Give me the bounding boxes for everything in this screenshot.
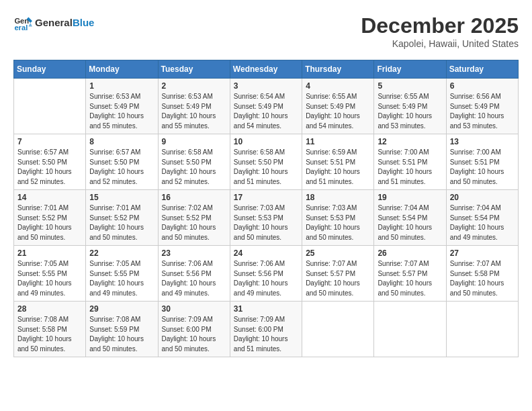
calendar-cell: 28Sunrise: 7:08 AM Sunset: 5:58 PM Dayli… — [14, 302, 86, 357]
day-info: Sunrise: 7:00 AM Sunset: 5:51 PM Dayligh… — [378, 148, 442, 187]
calendar-cell: 14Sunrise: 7:01 AM Sunset: 5:52 PM Dayli… — [14, 190, 86, 246]
calendar-cell: 24Sunrise: 7:06 AM Sunset: 5:56 PM Dayli… — [230, 246, 302, 302]
day-number: 11 — [306, 137, 370, 146]
day-number: 12 — [378, 137, 442, 146]
day-number: 18 — [306, 193, 370, 202]
day-info: Sunrise: 7:01 AM Sunset: 5:52 PM Dayligh… — [17, 203, 82, 242]
day-header-wednesday: Wednesday — [230, 60, 302, 79]
day-number: 2 — [162, 81, 226, 91]
svg-marker-3 — [28, 23, 32, 27]
calendar-cell: 6Sunrise: 6:56 AM Sunset: 5:49 PM Daylig… — [446, 79, 518, 134]
day-number: 14 — [17, 193, 82, 202]
calendar-cell: 29Sunrise: 7:08 AM Sunset: 5:59 PM Dayli… — [86, 302, 158, 357]
day-number: 29 — [89, 304, 154, 314]
calendar-cell: 31Sunrise: 7:09 AM Sunset: 6:00 PM Dayli… — [230, 302, 302, 357]
calendar-cell: 10Sunrise: 6:58 AM Sunset: 5:50 PM Dayli… — [230, 134, 302, 190]
calendar-cell: 5Sunrise: 6:55 AM Sunset: 5:49 PM Daylig… — [374, 79, 446, 134]
day-info: Sunrise: 7:07 AM Sunset: 5:58 PM Dayligh… — [450, 259, 515, 298]
week-row-4: 21Sunrise: 7:05 AM Sunset: 5:55 PM Dayli… — [14, 246, 519, 302]
calendar-cell: 27Sunrise: 7:07 AM Sunset: 5:58 PM Dayli… — [446, 246, 518, 302]
calendar-cell: 16Sunrise: 7:02 AM Sunset: 5:52 PM Dayli… — [158, 190, 230, 246]
calendar-cell: 9Sunrise: 6:58 AM Sunset: 5:50 PM Daylig… — [158, 134, 230, 190]
subtitle: Kapolei, Hawaii, United States — [361, 38, 519, 49]
day-number: 13 — [450, 137, 515, 146]
week-row-1: 1Sunrise: 6:53 AM Sunset: 5:49 PM Daylig… — [14, 79, 519, 134]
day-number: 28 — [17, 304, 82, 314]
calendar-cell: 23Sunrise: 7:06 AM Sunset: 5:56 PM Dayli… — [158, 246, 230, 302]
day-number: 1 — [89, 81, 154, 91]
day-number: 19 — [378, 193, 442, 202]
day-info: Sunrise: 7:09 AM Sunset: 6:00 PM Dayligh… — [162, 315, 226, 354]
calendar-cell: 20Sunrise: 7:04 AM Sunset: 5:54 PM Dayli… — [446, 190, 518, 246]
day-info: Sunrise: 6:58 AM Sunset: 5:50 PM Dayligh… — [162, 148, 226, 187]
day-info: Sunrise: 6:56 AM Sunset: 5:49 PM Dayligh… — [450, 92, 515, 131]
calendar-cell: 2Sunrise: 6:53 AM Sunset: 5:49 PM Daylig… — [158, 79, 230, 134]
calendar-cell: 17Sunrise: 7:03 AM Sunset: 5:53 PM Dayli… — [230, 190, 302, 246]
day-number: 5 — [378, 81, 442, 91]
day-info: Sunrise: 7:03 AM Sunset: 5:53 PM Dayligh… — [234, 203, 298, 242]
day-number: 15 — [89, 193, 154, 202]
calendar-cell: 19Sunrise: 7:04 AM Sunset: 5:54 PM Dayli… — [374, 190, 446, 246]
calendar-header-row: SundayMondayTuesdayWednesdayThursdayFrid… — [14, 60, 519, 79]
svg-text:eral: eral — [14, 24, 28, 32]
calendar-cell: 11Sunrise: 6:59 AM Sunset: 5:51 PM Dayli… — [302, 134, 374, 190]
day-info: Sunrise: 6:57 AM Sunset: 5:50 PM Dayligh… — [17, 148, 82, 187]
day-info: Sunrise: 7:04 AM Sunset: 5:54 PM Dayligh… — [378, 203, 442, 242]
day-info: Sunrise: 6:54 AM Sunset: 5:49 PM Dayligh… — [234, 92, 298, 131]
day-number: 26 — [378, 248, 442, 258]
calendar-cell: 18Sunrise: 7:03 AM Sunset: 5:53 PM Dayli… — [302, 190, 374, 246]
day-number: 10 — [234, 137, 298, 146]
header: Gen eral GeneralBlue December 2025 Kapol… — [13, 13, 519, 49]
day-header-tuesday: Tuesday — [158, 60, 230, 79]
calendar-table: SundayMondayTuesdayWednesdayThursdayFrid… — [13, 60, 519, 357]
day-info: Sunrise: 7:04 AM Sunset: 5:54 PM Dayligh… — [450, 203, 515, 242]
calendar-cell — [302, 302, 374, 357]
day-info: Sunrise: 7:03 AM Sunset: 5:53 PM Dayligh… — [306, 203, 370, 242]
day-number: 7 — [17, 137, 82, 146]
calendar-cell: 8Sunrise: 6:57 AM Sunset: 5:50 PM Daylig… — [86, 134, 158, 190]
day-info: Sunrise: 6:53 AM Sunset: 5:49 PM Dayligh… — [162, 92, 226, 131]
day-number: 8 — [89, 137, 154, 146]
day-number: 23 — [162, 248, 226, 258]
calendar-cell: 7Sunrise: 6:57 AM Sunset: 5:50 PM Daylig… — [14, 134, 86, 190]
day-info: Sunrise: 6:58 AM Sunset: 5:50 PM Dayligh… — [234, 148, 298, 187]
calendar-cell: 4Sunrise: 6:55 AM Sunset: 5:49 PM Daylig… — [302, 79, 374, 134]
calendar-cell — [14, 79, 86, 134]
day-info: Sunrise: 7:05 AM Sunset: 5:55 PM Dayligh… — [89, 259, 154, 298]
day-info: Sunrise: 7:06 AM Sunset: 5:56 PM Dayligh… — [234, 259, 298, 298]
logo-line2: Blue — [73, 17, 95, 28]
day-number: 9 — [162, 137, 226, 146]
logo: Gen eral GeneralBlue — [13, 13, 94, 32]
day-number: 31 — [234, 304, 298, 314]
logo-icon: Gen eral — [13, 13, 32, 32]
day-info: Sunrise: 6:57 AM Sunset: 5:50 PM Dayligh… — [89, 148, 154, 187]
week-row-3: 14Sunrise: 7:01 AM Sunset: 5:52 PM Dayli… — [14, 190, 519, 246]
day-info: Sunrise: 7:08 AM Sunset: 5:58 PM Dayligh… — [17, 315, 82, 354]
day-number: 24 — [234, 248, 298, 258]
day-number: 27 — [450, 248, 515, 258]
day-header-monday: Monday — [86, 60, 158, 79]
day-number: 25 — [306, 248, 370, 258]
calendar-cell: 1Sunrise: 6:53 AM Sunset: 5:49 PM Daylig… — [86, 79, 158, 134]
calendar-cell: 25Sunrise: 7:07 AM Sunset: 5:57 PM Dayli… — [302, 246, 374, 302]
calendar-body: 1Sunrise: 6:53 AM Sunset: 5:49 PM Daylig… — [14, 79, 519, 357]
calendar-cell: 13Sunrise: 7:00 AM Sunset: 5:51 PM Dayli… — [446, 134, 518, 190]
day-info: Sunrise: 7:02 AM Sunset: 5:52 PM Dayligh… — [162, 203, 226, 242]
day-number: 22 — [89, 248, 154, 258]
calendar-cell: 12Sunrise: 7:00 AM Sunset: 5:51 PM Dayli… — [374, 134, 446, 190]
week-row-5: 28Sunrise: 7:08 AM Sunset: 5:58 PM Dayli… — [14, 302, 519, 357]
day-info: Sunrise: 6:55 AM Sunset: 5:49 PM Dayligh… — [306, 92, 370, 131]
calendar-cell — [446, 302, 518, 357]
day-info: Sunrise: 6:59 AM Sunset: 5:51 PM Dayligh… — [306, 148, 370, 187]
day-number: 20 — [450, 193, 515, 202]
week-row-2: 7Sunrise: 6:57 AM Sunset: 5:50 PM Daylig… — [14, 134, 519, 190]
day-info: Sunrise: 7:07 AM Sunset: 5:57 PM Dayligh… — [306, 259, 370, 298]
day-header-thursday: Thursday — [302, 60, 374, 79]
logo-line1: General — [35, 17, 73, 28]
day-header-sunday: Sunday — [14, 60, 86, 79]
day-info: Sunrise: 7:06 AM Sunset: 5:56 PM Dayligh… — [162, 259, 226, 298]
day-number: 6 — [450, 81, 515, 91]
day-header-saturday: Saturday — [446, 60, 518, 79]
day-info: Sunrise: 7:08 AM Sunset: 5:59 PM Dayligh… — [89, 315, 154, 354]
calendar-cell — [374, 302, 446, 357]
